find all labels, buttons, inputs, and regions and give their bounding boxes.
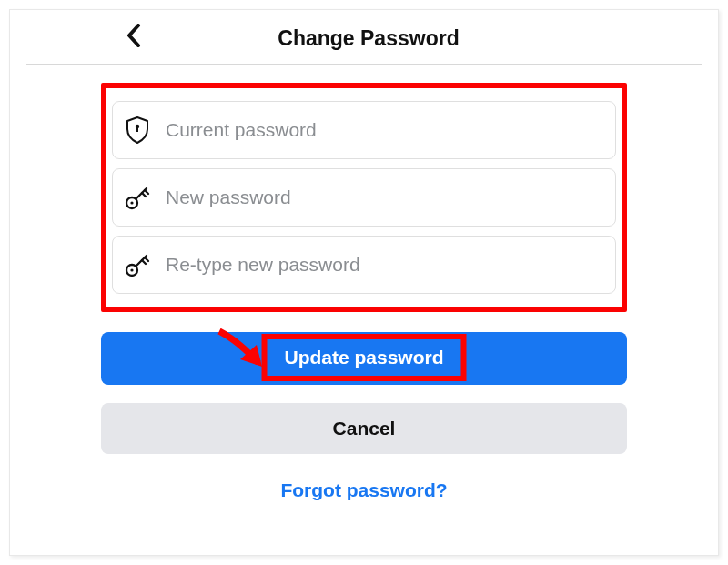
- chevron-left-icon: [126, 24, 141, 47]
- highlight-update-button: Update password: [262, 334, 467, 381]
- retype-password-placeholder: Re-type new password: [166, 254, 604, 276]
- change-password-panel: Change Password Current password: [9, 9, 719, 556]
- forgot-password-link[interactable]: Forgot password?: [101, 479, 627, 501]
- page-title: Change Password: [126, 26, 611, 51]
- forgot-password-label: Forgot password?: [280, 479, 447, 500]
- form-area: Current password New password: [101, 65, 627, 501]
- highlight-inputs: Current password New password: [101, 83, 627, 312]
- svg-point-3: [130, 201, 133, 204]
- svg-point-5: [130, 268, 133, 271]
- retype-password-field[interactable]: Re-type new password: [112, 236, 616, 294]
- key-icon: [124, 251, 151, 278]
- update-password-label: Update password: [284, 347, 443, 368]
- current-password-placeholder: Current password: [166, 119, 604, 141]
- back-button[interactable]: [126, 24, 141, 51]
- update-password-button[interactable]: Update password: [101, 332, 627, 385]
- cancel-button[interactable]: Cancel: [101, 403, 627, 454]
- new-password-placeholder: New password: [166, 187, 604, 208]
- header: Change Password: [26, 10, 702, 65]
- new-password-field[interactable]: New password: [112, 168, 616, 227]
- current-password-field[interactable]: Current password: [112, 101, 616, 159]
- cancel-label: Cancel: [333, 418, 396, 439]
- shield-lock-icon: [124, 116, 151, 144]
- key-icon: [124, 184, 151, 211]
- svg-rect-1: [136, 127, 138, 132]
